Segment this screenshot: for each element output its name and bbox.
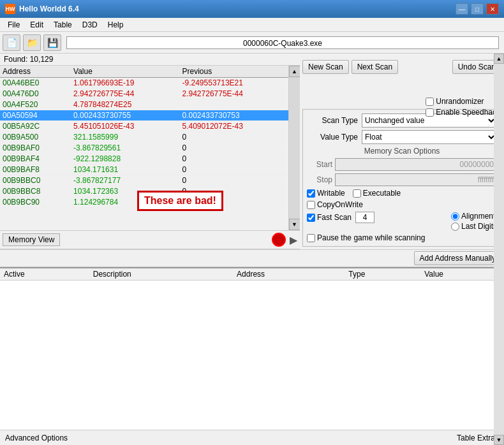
add-address-bar: Add Address Manually	[0, 249, 504, 267]
speedhack-label[interactable]: Enable Speedhack	[426, 108, 500, 117]
col-active: Active	[0, 268, 89, 281]
add-address-btn[interactable]: Add Address Manually	[414, 251, 501, 265]
cell-value: 1.124296784	[71, 197, 179, 208]
cell-previous	[180, 99, 288, 110]
toolbar-save-btn[interactable]: 💾	[43, 34, 61, 51]
col-type: Type	[345, 268, 420, 281]
stop-input[interactable]	[335, 173, 497, 186]
table-row[interactable]: 00B9BBC8 1034.172363 0	[0, 186, 288, 197]
table-row[interactable]: 00B5A92C 5.451051026E-43 5.409012072E-43	[0, 121, 288, 132]
fast-scan-checkbox[interactable]	[307, 214, 315, 222]
new-scan-btn[interactable]: New Scan	[302, 60, 349, 74]
title-bar: HW Hello Worldd 6.4 — □ ✕	[0, 0, 504, 18]
copyonwrite-text: CopyOnWrite	[317, 200, 363, 209]
value-type-row: Value Type Float	[307, 130, 497, 144]
maximize-button[interactable]: □	[471, 3, 484, 15]
cell-previous: 5.409012072E-43	[180, 121, 288, 132]
scan-options-box: Scan Type Unchanged value Value Type Flo…	[302, 109, 501, 247]
value-type-label: Value Type	[307, 133, 358, 142]
copyonwrite-label[interactable]: CopyOnWrite	[307, 200, 363, 209]
results-table-wrap[interactable]: Address Value Previous 00A46BE0 1.061796…	[0, 66, 288, 230]
speedhack-checkbox[interactable]	[426, 108, 434, 117]
scroll-up-btn[interactable]: ▲	[289, 66, 300, 77]
col-addr: Address	[233, 268, 345, 281]
window-title: Hello Worldd 6.4	[19, 4, 79, 13]
cell-previous: 2.942726775E-44	[180, 89, 288, 99]
unrandomizer-text: Unrandomizer	[436, 97, 484, 106]
fast-scan-input[interactable]	[355, 212, 374, 223]
results-scrollbar[interactable]: ▲ ▼	[288, 66, 300, 230]
table-row[interactable]: 00A4F520 4.787848274E25	[0, 99, 288, 110]
pause-game-text: Pause the game while scanning	[317, 233, 425, 242]
address-table: Active Description Address Type Value	[0, 268, 504, 281]
fast-scan-text: Fast Scan	[317, 213, 352, 222]
table-row[interactable]: 00B9BAF4 -922.1298828 0	[0, 154, 288, 164]
unrandomizer-label[interactable]: Unrandomizer	[426, 97, 500, 106]
writable-checkbox[interactable]	[307, 189, 315, 198]
col-value-addr: Value	[420, 268, 504, 281]
start-input[interactable]	[335, 158, 497, 171]
col-previous: Previous	[180, 66, 288, 78]
copyonwrite-checkbox[interactable]	[307, 201, 315, 209]
menu-d3d[interactable]: D3D	[77, 19, 103, 31]
table-row[interactable]: 00B9BAF0 -3.867829561 0	[0, 143, 288, 154]
bottom-scrollbar[interactable]: ▲ ▼	[494, 267, 504, 430]
executable-label: Executable	[363, 189, 401, 198]
status-left[interactable]: Advanced Options	[5, 434, 68, 442]
main-body: ℇ Settings Found: 10,129 Address Value P…	[0, 54, 504, 445]
toolbar-new-btn[interactable]: 📄	[3, 34, 20, 51]
pause-game-checkbox[interactable]	[307, 234, 315, 242]
process-name: 0000060C-Quake3.exe	[66, 36, 499, 49]
last-digits-radio[interactable]	[451, 222, 459, 231]
minimize-button[interactable]: —	[456, 3, 468, 15]
status-right[interactable]: Table Extras	[457, 434, 499, 442]
cell-previous: 0	[180, 197, 288, 208]
found-bar: Found: 10,129	[0, 54, 300, 66]
menu-edit[interactable]: Edit	[25, 19, 48, 31]
table-row[interactable]: 00B9BC90 1.124296784 0	[0, 197, 288, 208]
cell-value: -922.1298828	[71, 154, 179, 164]
pause-game-label[interactable]: Pause the game while scanning	[307, 233, 425, 242]
menu-help[interactable]: Help	[103, 19, 129, 31]
toolbar-open-btn[interactable]: 📁	[23, 34, 41, 51]
unrandomizer-checkbox[interactable]	[426, 98, 434, 106]
stop-icon[interactable]	[272, 233, 286, 247]
cell-value: 0.002433730755	[71, 110, 179, 121]
executable-checkbox-label[interactable]: Executable	[353, 189, 401, 198]
cell-previous: 0	[180, 175, 288, 186]
cell-previous: 0.002433730753	[180, 110, 288, 121]
writable-checkbox-label[interactable]: Writable	[307, 189, 345, 198]
left-upper: Found: 10,129 Address Value Previous	[0, 54, 300, 249]
cell-value: 4.787848274E25	[71, 99, 179, 110]
bottom-toolbar: Memory View ▶	[0, 230, 300, 249]
fast-alignment-row: Fast Scan Alignment Last Digits	[307, 212, 497, 231]
menu-bar: File Edit Table D3D Help	[0, 18, 504, 32]
bottom-panel[interactable]: Active Description Address Type Value ▲ …	[0, 267, 504, 430]
alignment-radio[interactable]	[451, 212, 459, 221]
value-type-select[interactable]: Float	[362, 130, 497, 144]
scroll-down-btn[interactable]: ▼	[289, 219, 300, 230]
table-scroll-area: Address Value Previous 00A46BE0 1.061796…	[0, 66, 300, 230]
menu-table[interactable]: Table	[48, 19, 77, 31]
mem-scan-label: Memory Scan Options	[307, 147, 497, 156]
cell-address: 00B9BBC8	[0, 186, 71, 197]
table-row[interactable]: 00A476D0 2.942726775E-44 2.942726775E-44	[0, 89, 288, 99]
table-row[interactable]: 00A46BE0 1.061796693E-19 -9.249553713E21	[0, 78, 288, 89]
memory-view-btn[interactable]: Memory View	[3, 233, 60, 246]
col-address: Address	[0, 66, 71, 78]
table-row[interactable]: 00B9A500 321.1585999 0	[0, 132, 288, 143]
alignment-radio-label[interactable]: Alignment	[451, 212, 497, 221]
menu-file[interactable]: File	[3, 19, 25, 31]
cell-address: 00B9BC90	[0, 197, 71, 208]
table-row[interactable]: 00A50594 0.002433730755 0.002433730753	[0, 110, 288, 121]
table-row[interactable]: 00B9BBC0 -3.867827177 0	[0, 175, 288, 186]
next-scan-btn[interactable]: Next Scan	[352, 60, 398, 74]
last-digits-radio-label[interactable]: Last Digits	[451, 222, 497, 231]
copy-on-write-row: CopyOnWrite	[307, 200, 497, 209]
executable-checkbox[interactable]	[353, 189, 361, 198]
writable-label: Writable	[317, 189, 345, 198]
cell-address: 00B9BBC0	[0, 175, 71, 186]
fast-scan-label[interactable]: Fast Scan	[307, 213, 352, 222]
close-button[interactable]: ✕	[486, 3, 499, 15]
table-row[interactable]: 00B9BAF8 1034.171631 0	[0, 164, 288, 175]
